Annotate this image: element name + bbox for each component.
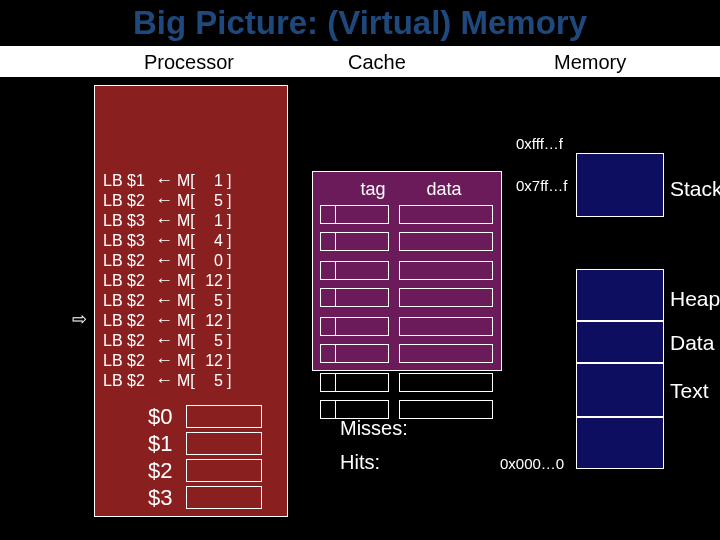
- mem-label-text: Text: [670, 379, 709, 403]
- cache-valid-bit: [320, 261, 336, 280]
- cache-data-cell: [399, 232, 493, 251]
- cache-tag-cell: [336, 373, 389, 392]
- memory-header: Memory: [554, 51, 626, 74]
- current-instruction-pointer: ⇨: [72, 308, 87, 330]
- processor-header: Processor: [94, 51, 284, 74]
- instruction-row: LB$3←M[4]: [103, 230, 237, 250]
- register-row: $3: [148, 484, 262, 511]
- register-file: $0$1$2$3: [148, 403, 262, 511]
- instruction-list: LB$1←M[1]LB$2←M[5]LB$3←M[1]LB$3←M[4]LB$2…: [103, 170, 237, 390]
- instruction-row: LB$3←M[1]: [103, 210, 237, 230]
- register-value-box: [186, 405, 262, 428]
- cache-data-cell: [399, 373, 493, 392]
- cache-column-headers: tag data: [346, 179, 475, 200]
- cache-data-cell: [399, 261, 493, 280]
- instruction-row: LB$2←M[12]: [103, 270, 237, 290]
- cache-data-cell: [399, 400, 493, 419]
- register-value-box: [186, 432, 262, 455]
- cache-tag-header: tag: [346, 179, 400, 200]
- register-value-box: [186, 486, 262, 509]
- instruction-row: LB$1←M[1]: [103, 170, 237, 190]
- register-row: $0: [148, 403, 262, 430]
- cache-valid-bit: [320, 400, 336, 419]
- instruction-row: LB$2←M[12]: [103, 310, 237, 330]
- cache-data-cell: [399, 205, 493, 224]
- mem-region-stack: [576, 153, 664, 217]
- instruction-row: LB$2←M[0]: [103, 250, 237, 270]
- mem-region-heap: [576, 269, 664, 321]
- cache-line: [320, 373, 493, 392]
- cache-valid-bit: [320, 232, 336, 251]
- register-value-box: [186, 459, 262, 482]
- instruction-row: LB$2←M[5]: [103, 190, 237, 210]
- cache-line: [320, 344, 493, 363]
- register-row: $2: [148, 457, 262, 484]
- cache-data-cell: [399, 344, 493, 363]
- cache-valid-bit: [320, 317, 336, 336]
- instruction-row: LB$2←M[12]: [103, 350, 237, 370]
- cache-header: Cache: [348, 51, 406, 74]
- cache-valid-bit: [320, 373, 336, 392]
- cache-line: [320, 205, 493, 224]
- cache-line: [320, 232, 493, 251]
- instruction-row: LB$2←M[5]: [103, 370, 237, 390]
- misses-label: Misses:: [340, 417, 408, 440]
- cache-line: [320, 317, 493, 336]
- mem-label-heap: Heap: [670, 287, 720, 311]
- cache-line: [320, 261, 493, 280]
- cache-tag-cell: [336, 205, 389, 224]
- instruction-row: LB$2←M[5]: [103, 330, 237, 350]
- mem-region-text: [576, 363, 664, 417]
- instruction-row: LB$2←M[5]: [103, 290, 237, 310]
- cache-tag-cell: [336, 344, 389, 363]
- cache-data-cell: [399, 317, 493, 336]
- register-row: $1: [148, 430, 262, 457]
- mem-addr-mid: 0x7ff…f: [516, 177, 567, 194]
- cache-sets: [320, 205, 493, 429]
- mem-addr-top: 0xfff…f: [516, 135, 563, 152]
- cache-data-cell: [399, 288, 493, 307]
- mem-region-bottom: [576, 417, 664, 469]
- hits-label: Hits:: [340, 451, 380, 474]
- cache-valid-bit: [320, 205, 336, 224]
- cache-tag-cell: [336, 232, 389, 251]
- cache-line: [320, 288, 493, 307]
- cache-tag-cell: [336, 317, 389, 336]
- cache-tag-cell: [336, 261, 389, 280]
- diagram-stage: Processor Cache Memory LB$1←M[1]LB$2←M[5…: [0, 77, 720, 532]
- mem-label-stack: Stack: [670, 177, 720, 201]
- mem-addr-bottom: 0x000…0: [500, 455, 564, 472]
- cache-valid-bit: [320, 288, 336, 307]
- cache-valid-bit: [320, 344, 336, 363]
- mem-region-data: [576, 321, 664, 363]
- slide-title: Big Picture: (Virtual) Memory: [0, 0, 720, 42]
- cache-tag-cell: [336, 288, 389, 307]
- mem-label-data: Data: [670, 331, 714, 355]
- cache-data-header: data: [405, 179, 475, 200]
